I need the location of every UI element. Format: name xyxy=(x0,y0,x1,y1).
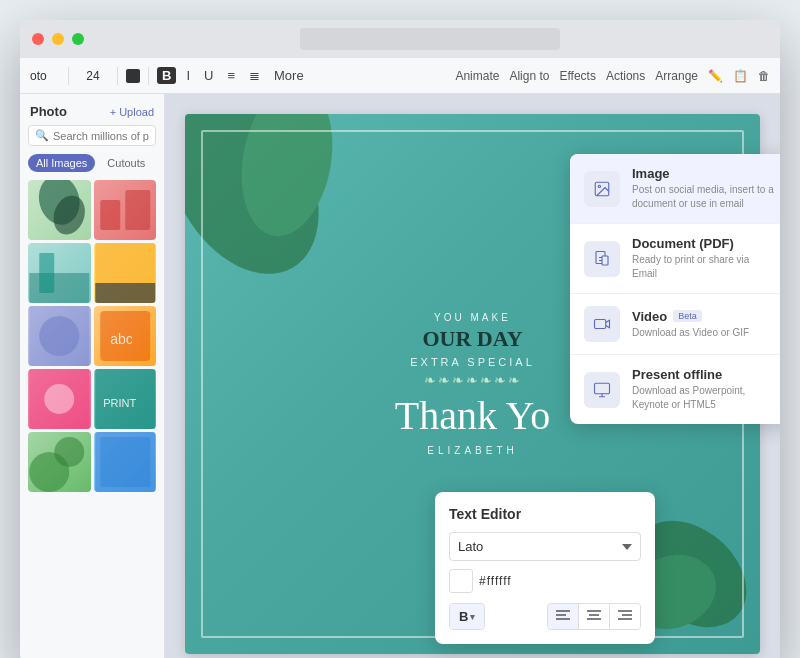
underline-button[interactable]: U xyxy=(200,66,217,85)
present-icon xyxy=(584,372,620,408)
export-pdf-desc: Ready to print or share via Email xyxy=(632,253,776,281)
tab-cutouts[interactable]: Cutouts xyxy=(99,154,153,172)
list-item[interactable] xyxy=(94,243,157,303)
pencil-icon[interactable]: ✏️ xyxy=(708,69,723,83)
svg-rect-6 xyxy=(95,243,155,283)
svg-rect-4 xyxy=(29,273,89,303)
export-item-offline[interactable]: Present offline Download as Powerpoint, … xyxy=(570,355,780,424)
color-hex-value: #ffffff xyxy=(479,574,512,588)
effects-button[interactable]: Effects xyxy=(559,69,595,83)
sidebar: Photo + Upload 🔍 All Images Cutouts xyxy=(20,94,165,658)
upload-button[interactable]: + Upload xyxy=(110,106,154,118)
export-video-info: Video Beta Download as Video or GIF xyxy=(632,309,776,340)
svg-rect-27 xyxy=(602,256,608,265)
svg-rect-5 xyxy=(39,253,54,293)
list-item[interactable] xyxy=(94,432,157,492)
bold-format-button[interactable]: B ▾ xyxy=(450,604,484,629)
list-item[interactable]: abc xyxy=(94,306,157,366)
url-bar[interactable] xyxy=(300,28,560,50)
close-button[interactable] xyxy=(32,33,44,45)
export-item-video[interactable]: Video Beta Download as Video or GIF xyxy=(570,294,780,355)
color-swatch[interactable] xyxy=(126,69,140,83)
trash-icon[interactable]: 🗑 xyxy=(758,69,770,83)
main-area: Photo + Upload 🔍 All Images Cutouts xyxy=(20,94,780,658)
export-pdf-title: Document (PDF) xyxy=(632,236,776,251)
titlebar xyxy=(20,20,780,58)
canvas-area[interactable]: YOU MAKE OUR DAY EXTRA SPECIAL ❧❧❧❧❧❧❧ T… xyxy=(165,94,780,658)
app-window: oto 24 B I U ≡ ≣ More Animate Align to E… xyxy=(20,20,780,658)
svg-rect-28 xyxy=(595,320,606,329)
minimize-button[interactable] xyxy=(52,33,64,45)
card-thank-you: Thank Yo xyxy=(395,392,551,439)
photo-grid: abc PRINT xyxy=(20,180,164,492)
list2-button[interactable]: ≣ xyxy=(245,66,264,85)
more-button[interactable]: More xyxy=(270,66,308,85)
export-video-desc: Download as Video or GIF xyxy=(632,326,776,340)
card-our-day: OUR DAY xyxy=(395,327,551,351)
card-extra-special: EXTRA SPECIAL xyxy=(395,356,551,368)
sidebar-tabs: All Images Cutouts xyxy=(28,154,156,172)
list-item[interactable] xyxy=(28,369,91,429)
toolbar-divider-3 xyxy=(148,67,149,85)
svg-rect-29 xyxy=(595,383,610,394)
export-item-pdf[interactable]: Document (PDF) Ready to print or share v… xyxy=(570,224,780,294)
svg-point-13 xyxy=(44,384,74,414)
actions-button[interactable]: Actions xyxy=(606,69,645,83)
list-item[interactable]: PRINT xyxy=(94,369,157,429)
svg-text:abc: abc xyxy=(110,331,133,347)
export-offline-info: Present offline Download as Powerpoint, … xyxy=(632,367,776,412)
svg-rect-3 xyxy=(125,190,150,230)
text-format-row: B ▾ xyxy=(449,603,641,630)
list-item[interactable] xyxy=(28,306,91,366)
bold-button[interactable]: B xyxy=(157,67,176,84)
export-image-info: Image Post on social media, insert to a … xyxy=(632,166,776,211)
list-item[interactable] xyxy=(94,180,157,240)
tab-all-images[interactable]: All Images xyxy=(28,154,95,172)
search-input[interactable] xyxy=(53,130,149,142)
export-pdf-info: Document (PDF) Ready to print or share v… xyxy=(632,236,776,281)
svg-point-17 xyxy=(54,437,84,467)
list-item[interactable] xyxy=(28,180,91,240)
maximize-button[interactable] xyxy=(72,33,84,45)
export-video-title: Video Beta xyxy=(632,309,776,324)
list-item[interactable] xyxy=(28,243,91,303)
card-content: YOU MAKE OUR DAY EXTRA SPECIAL ❧❧❧❧❧❧❧ T… xyxy=(375,302,571,465)
italic-button[interactable]: I xyxy=(182,66,194,85)
font-name-display: oto xyxy=(30,69,60,83)
chevron-down-icon: ▾ xyxy=(470,612,475,622)
align-left-button[interactable] xyxy=(548,604,579,629)
card-you-make: YOU MAKE xyxy=(395,312,551,323)
svg-rect-7 xyxy=(95,283,155,303)
bold-group: B ▾ xyxy=(449,603,485,630)
color-row: #ffffff xyxy=(449,569,641,593)
svg-text:PRINT: PRINT xyxy=(103,397,136,409)
arrange-button[interactable]: Arrange xyxy=(655,69,698,83)
svg-rect-19 xyxy=(100,437,150,487)
card-name: ELIZABETH xyxy=(395,445,551,456)
sidebar-title: Photo + Upload xyxy=(20,104,164,125)
export-image-desc: Post on social media, insert to a docume… xyxy=(632,183,776,211)
svg-rect-9 xyxy=(29,306,89,366)
list-item[interactable] xyxy=(28,432,91,492)
toolbar-right: Animate Align to Effects Actions Arrange… xyxy=(455,69,770,83)
export-offline-desc: Download as Powerpoint, Keynote or HTML5 xyxy=(632,384,776,412)
search-bar[interactable]: 🔍 xyxy=(28,125,156,146)
animate-button[interactable]: Animate xyxy=(455,69,499,83)
card-decorative: ❧❧❧❧❧❧❧ xyxy=(395,372,551,388)
list1-button[interactable]: ≡ xyxy=(223,66,239,85)
export-item-image[interactable]: Image Post on social media, insert to a … xyxy=(570,154,780,224)
video-icon xyxy=(584,306,620,342)
export-image-title: Image xyxy=(632,166,776,181)
font-size-display: 24 xyxy=(77,69,109,83)
align-group xyxy=(547,603,641,630)
align-right-button[interactable] xyxy=(610,604,640,629)
align-center-button[interactable] xyxy=(579,604,610,629)
text-editor-title: Text Editor xyxy=(449,506,641,522)
align-to-button[interactable]: Align to xyxy=(509,69,549,83)
export-offline-title: Present offline xyxy=(632,367,776,382)
copy-icon[interactable]: 📋 xyxy=(733,69,748,83)
font-selector[interactable]: Lato xyxy=(449,532,641,561)
color-preview-swatch[interactable] xyxy=(449,569,473,593)
svg-point-25 xyxy=(598,185,600,187)
export-panel: Image Post on social media, insert to a … xyxy=(570,154,780,424)
